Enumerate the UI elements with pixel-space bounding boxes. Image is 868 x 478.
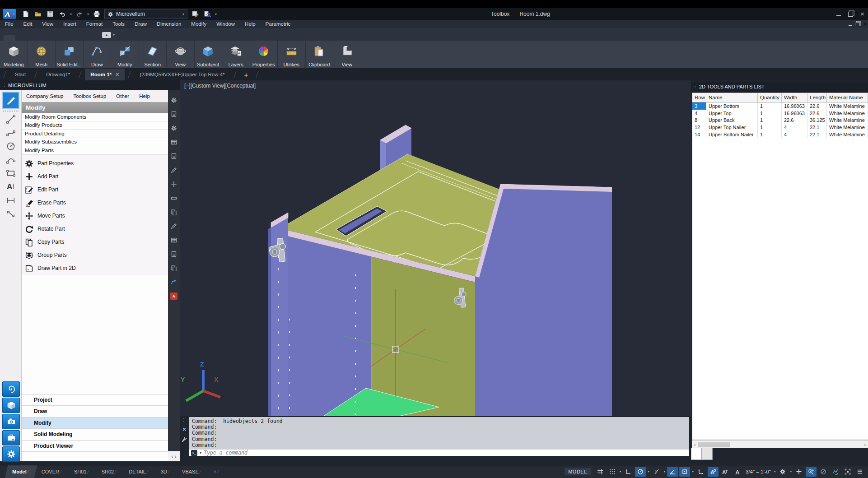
mv-paste-icon[interactable]: [170, 209, 177, 216]
ribbon-tab[interactable]: [74, 35, 86, 41]
plot-icon[interactable]: [92, 9, 101, 19]
ribbon-minimize-control[interactable]: ▲▾: [102, 32, 115, 38]
ribbon-panel-button[interactable]: Subobject: [195, 41, 223, 69]
modify-link[interactable]: Modify Subassemblies: [22, 138, 168, 147]
action-item[interactable]: Part Properties: [22, 157, 168, 170]
category-item[interactable]: Project: [22, 394, 168, 406]
parts-table-hscrollbar[interactable]: ‹ ›: [692, 440, 868, 449]
new-file-icon[interactable]: [21, 9, 30, 19]
line-tool-icon[interactable]: [3, 112, 19, 126]
mv-pdf-icon[interactable]: A: [170, 292, 177, 300]
search-drawing-icon[interactable]: [203, 9, 212, 19]
menu-item[interactable]: Format: [81, 21, 107, 27]
polar-caret[interactable]: ▾: [647, 470, 650, 473]
command-grip-icon[interactable]: [183, 418, 186, 422]
action-item[interactable]: Move Parts: [22, 209, 168, 223]
command-input-row[interactable]: >_ ▾ Type a command: [189, 450, 689, 456]
graphics-performance-icon[interactable]: [830, 467, 841, 477]
action-item[interactable]: Group Parts: [22, 249, 168, 262]
microvellum-menu-item[interactable]: Toolbox Setup: [69, 93, 111, 99]
ortho-toggle-icon[interactable]: [623, 467, 634, 477]
layout-tab[interactable]: SH02/: [96, 465, 123, 478]
microvellum-menu-item[interactable]: Other: [112, 93, 134, 99]
mv-move-icon[interactable]: [170, 181, 177, 188]
annotation-scale-icon[interactable]: [732, 467, 743, 477]
ribbon-panel-button[interactable]: Properties: [250, 41, 278, 69]
panel-scroll-arrows[interactable]: ‹›: [168, 451, 180, 461]
redo-dropdown[interactable]: ▾: [87, 12, 89, 16]
arc-tool-icon[interactable]: [3, 153, 19, 167]
table-row[interactable]: 12 Upper Top Nailer 1 4 22.1 White Melam…: [692, 124, 868, 131]
microvellum-menu-item[interactable]: Help: [135, 93, 154, 99]
snap-caret[interactable]: ▾: [619, 470, 622, 473]
isodraft-icon[interactable]: [651, 467, 662, 477]
modify-link[interactable]: Modify Parts: [22, 146, 168, 155]
polar-tracking-icon[interactable]: [635, 467, 646, 477]
mv-table-icon[interactable]: [170, 139, 177, 146]
open-file-icon[interactable]: [33, 9, 42, 19]
menu-item[interactable]: Window: [211, 21, 240, 27]
layout-tab[interactable]: Model/: [5, 465, 37, 478]
category-item[interactable]: Draw: [22, 405, 168, 417]
layout-tab[interactable]: 3D/: [155, 465, 176, 478]
column-header[interactable]: Length: [807, 93, 827, 102]
drawing-tab[interactable]: Drawing1*: [41, 69, 75, 80]
command-history[interactable]: Command: _hideobjects 2 foundCommand:Com…: [189, 417, 689, 450]
drawing-viewport[interactable]: [−][Custom View][Conceptual]: [180, 80, 691, 416]
ribbon-panel-button[interactable]: View: [333, 41, 361, 69]
category-item[interactable]: Product Viewer: [22, 440, 168, 452]
mv-ruler-icon[interactable]: [170, 195, 177, 202]
isodraft-caret[interactable]: ▾: [663, 470, 666, 473]
text-tool-icon[interactable]: AI: [3, 180, 19, 194]
annotation-scale-value[interactable]: 3/4" = 1'-0": [744, 469, 772, 474]
action-item[interactable]: Edit Part: [22, 183, 168, 196]
action-item[interactable]: Copy Parts: [22, 236, 168, 249]
ribbon-panel-button[interactable]: Modeling: [0, 41, 28, 69]
mv-marker-icon[interactable]: [170, 223, 177, 230]
settings-gear-icon[interactable]: [2, 446, 20, 462]
menu-item[interactable]: Help: [240, 21, 261, 27]
circle-tool-icon[interactable]: [3, 139, 19, 153]
close-button[interactable]: ×: [860, 12, 864, 16]
snap-toggle-icon[interactable]: [607, 467, 618, 477]
parts-panel-tab[interactable]: [702, 448, 713, 460]
minimize-button[interactable]: [836, 12, 841, 16]
fullscreen-icon[interactable]: [842, 467, 853, 477]
restore-button[interactable]: [848, 12, 853, 17]
solid-mode-icon[interactable]: [2, 398, 20, 413]
category-item[interactable]: Solid Modeling: [22, 428, 168, 440]
redo-icon[interactable]: [75, 9, 84, 19]
column-header[interactable]: Quantity: [758, 93, 782, 102]
drawing-tab[interactable]: (239MQ59VXXFF)Upper Top Row 4*: [134, 69, 230, 80]
ribbon-panel-button[interactable]: Layers: [222, 41, 250, 69]
layout-tab[interactable]: VBASE/: [176, 465, 208, 478]
rectangle-tool-icon[interactable]: [3, 167, 19, 180]
column-header[interactable]: Row: [692, 93, 706, 102]
ribbon-tab[interactable]: [86, 35, 98, 41]
scroll-left-arrow[interactable]: ‹: [692, 442, 695, 447]
command-caret-icon[interactable]: ▾: [200, 451, 201, 455]
osnap-angle-icon[interactable]: [667, 467, 678, 477]
menu-item[interactable]: Modify: [186, 21, 211, 27]
ribbon-tab[interactable]: [4, 35, 15, 41]
action-item[interactable]: Erase Parts: [22, 196, 168, 209]
customize-plus-icon[interactable]: [793, 467, 804, 477]
isolate-objects-icon[interactable]: [806, 467, 817, 477]
command-close-icon[interactable]: ✕: [182, 427, 186, 432]
dimension-tool-icon[interactable]: [3, 194, 19, 207]
column-header[interactable]: Width: [782, 93, 807, 102]
measure-tool-icon[interactable]: [3, 207, 19, 221]
save-icon[interactable]: [46, 9, 55, 19]
category-item[interactable]: Modify: [22, 417, 168, 429]
doc-restore-button[interactable]: [856, 22, 860, 26]
save-workspace-icon[interactable]: [191, 9, 200, 19]
mv-document-icon[interactable]: [170, 153, 177, 160]
menu-item[interactable]: Insert: [58, 21, 81, 27]
table-row[interactable]: 3 Upper Bottom 1 16.96063 22.6 White Mel…: [692, 102, 868, 110]
menu-item[interactable]: View: [37, 21, 58, 27]
mv-list-icon[interactable]: [170, 251, 177, 258]
clean-screen-icon[interactable]: [818, 467, 829, 477]
command-wrench-icon[interactable]: [182, 436, 187, 442]
parts-list-panel-titlebar[interactable]: 2D TOOLS AND PARTS LIST: [691, 82, 868, 92]
mv-copy-icon[interactable]: [170, 265, 177, 272]
